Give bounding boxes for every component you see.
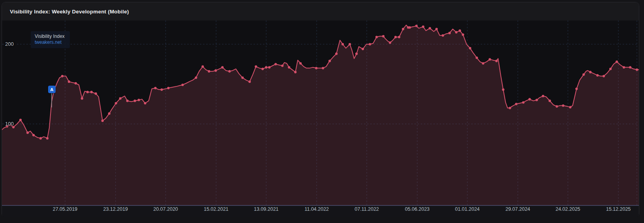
data-point-dot bbox=[68, 81, 70, 83]
data-point-dot bbox=[154, 87, 157, 89]
data-point-dot bbox=[202, 66, 204, 68]
x-axis-tick-label: 15.02.2021 bbox=[204, 206, 229, 212]
data-point-dot bbox=[32, 134, 35, 136]
data-point-dot bbox=[342, 43, 344, 45]
data-point-dot bbox=[459, 30, 461, 32]
data-point-dot bbox=[61, 75, 63, 77]
data-point-dot bbox=[549, 99, 551, 102]
data-point-dot bbox=[462, 34, 464, 36]
legend-metric-label: Visibility Index bbox=[35, 34, 65, 39]
data-point-dot bbox=[382, 35, 385, 37]
x-axis-tick-label: 20.07.2020 bbox=[153, 206, 178, 212]
x-axis-tick-label: 27.05.2019 bbox=[53, 206, 78, 212]
data-point-dot bbox=[294, 71, 297, 73]
x-axis-tick-label: 29.07.2024 bbox=[506, 206, 530, 212]
x-axis-tick-label: 07.11.2022 bbox=[355, 206, 379, 212]
data-point-dot bbox=[389, 41, 391, 44]
event-pin-stem bbox=[51, 93, 52, 107]
data-point-dot bbox=[562, 104, 564, 107]
data-point-dot bbox=[394, 36, 397, 38]
data-point-dot bbox=[144, 102, 146, 104]
data-point-dot bbox=[482, 62, 484, 64]
card-title: Visibility Index: Weekly Development (Mo… bbox=[10, 9, 129, 15]
x-axis-tick-label: 01.01.2024 bbox=[455, 206, 480, 212]
data-point-dot bbox=[255, 66, 257, 68]
data-point-dot bbox=[415, 24, 418, 27]
data-point-dot bbox=[375, 36, 378, 38]
data-point-dot bbox=[448, 32, 451, 34]
data-point-dot bbox=[181, 84, 184, 86]
data-point-dot bbox=[575, 88, 578, 90]
data-point-dot bbox=[329, 60, 331, 62]
page: { "card": { "title": "Visibility Index: … bbox=[0, 0, 644, 223]
data-point-dot bbox=[39, 137, 42, 139]
data-point-dot bbox=[489, 58, 491, 60]
data-point-dot bbox=[469, 47, 471, 49]
data-point-dot bbox=[126, 99, 129, 102]
data-point-dot bbox=[335, 52, 338, 55]
chart-legend: Visibility Index tweakers.net bbox=[31, 31, 70, 48]
data-point-dot bbox=[215, 69, 217, 72]
data-point-dot bbox=[355, 52, 358, 55]
area-fill bbox=[2, 25, 639, 206]
data-point-dot bbox=[281, 64, 284, 67]
data-point-dot bbox=[86, 91, 89, 93]
x-axis-tick-label: 23.12.2019 bbox=[103, 206, 128, 212]
data-point-dot bbox=[315, 67, 317, 69]
data-point-dot bbox=[409, 26, 411, 29]
data-point-dot bbox=[134, 99, 136, 102]
data-point-dot bbox=[119, 97, 121, 99]
data-point-dot bbox=[623, 66, 625, 69]
data-point-dot bbox=[429, 27, 431, 30]
data-point-dot bbox=[108, 112, 110, 115]
data-point-dot bbox=[261, 68, 264, 70]
data-point-dot bbox=[138, 99, 140, 101]
data-point-dot bbox=[528, 98, 531, 100]
data-point-dot bbox=[422, 26, 424, 28]
data-point-dot bbox=[265, 66, 267, 69]
data-point-dot bbox=[322, 67, 324, 69]
legend-domain-link[interactable]: tweakers.net bbox=[35, 39, 65, 45]
event-pin-a[interactable]: A bbox=[48, 86, 56, 93]
x-axis-tick-label: 24.02.2025 bbox=[556, 206, 581, 212]
data-point-dot bbox=[476, 56, 478, 59]
data-point-dot bbox=[369, 43, 371, 45]
data-point-dot bbox=[603, 75, 605, 77]
data-point-dot bbox=[46, 137, 49, 139]
data-point-dot bbox=[455, 31, 457, 34]
data-point-dot bbox=[502, 88, 504, 91]
data-point-dot bbox=[221, 66, 224, 69]
x-axis-tick-label: 13.09.2021 bbox=[254, 206, 279, 212]
data-point-dot bbox=[536, 99, 538, 101]
data-point-dot bbox=[101, 120, 104, 122]
data-point-dot bbox=[442, 34, 444, 37]
x-axis-tick-label: 05.06.2023 bbox=[405, 206, 430, 212]
y-axis-tick-label: 200 bbox=[5, 41, 14, 47]
data-point-dot bbox=[167, 87, 170, 89]
card-title-bar: Visibility Index: Weekly Development (Mo… bbox=[2, 2, 639, 21]
y-axis-tick-label: 100 bbox=[5, 121, 14, 127]
data-point-dot bbox=[95, 92, 97, 95]
data-point-dot bbox=[75, 82, 77, 84]
data-point-dot bbox=[596, 74, 599, 77]
visibility-chart-svg bbox=[2, 21, 639, 217]
data-point-dot bbox=[556, 105, 558, 108]
data-point-dot bbox=[19, 119, 22, 121]
data-point-dot bbox=[569, 106, 571, 109]
data-point-dot bbox=[402, 28, 404, 30]
data-point-dot bbox=[115, 102, 117, 104]
data-point-dot bbox=[195, 77, 197, 79]
data-point-dot bbox=[274, 63, 277, 65]
data-point-dot bbox=[248, 81, 251, 83]
data-point-dot bbox=[288, 66, 290, 69]
data-point-dot bbox=[542, 95, 544, 97]
data-point-dot bbox=[241, 77, 244, 79]
x-axis-tick-label: 15.12.2025 bbox=[606, 206, 631, 212]
data-point-dot bbox=[629, 66, 631, 69]
data-point-dot bbox=[349, 43, 351, 45]
data-point-dot bbox=[522, 101, 525, 103]
data-point-dot bbox=[81, 97, 83, 99]
data-point-dot bbox=[616, 60, 618, 63]
chart-plot-area[interactable]: 200100 27.05.201923.12.201920.07.202015.… bbox=[2, 21, 639, 217]
data-point-dot bbox=[435, 28, 438, 30]
